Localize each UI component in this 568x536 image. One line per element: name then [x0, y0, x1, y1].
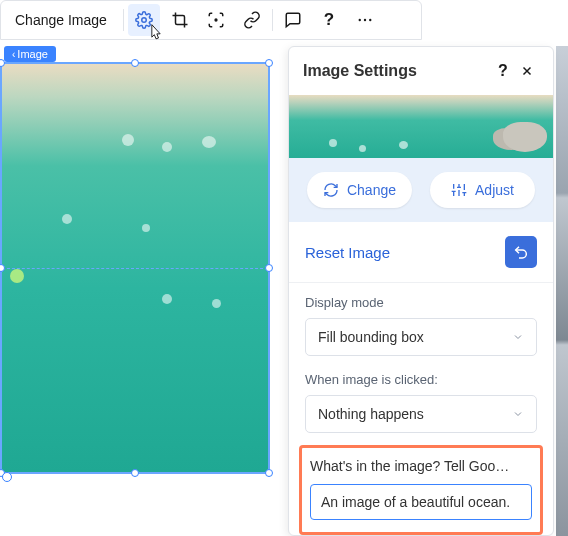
- undo-icon: [513, 244, 529, 260]
- help-button[interactable]: ?: [313, 4, 345, 36]
- toolbar-separator: [272, 9, 273, 31]
- alt-text-highlight: What's in the image? Tell Goo…: [299, 445, 543, 535]
- close-icon: [520, 64, 534, 78]
- element-badge-label: Image: [17, 48, 48, 60]
- change-pill-label: Change: [347, 182, 396, 198]
- alt-text-input[interactable]: [310, 484, 532, 520]
- crop-button[interactable]: [164, 4, 196, 36]
- image-preview-canvas: [2, 64, 268, 472]
- comment-button[interactable]: [277, 4, 309, 36]
- adjust-image-pill[interactable]: Adjust: [430, 172, 535, 208]
- display-mode-select[interactable]: Fill bounding box: [305, 318, 537, 356]
- gear-icon: [135, 11, 153, 29]
- click-action-label: When image is clicked:: [305, 372, 537, 387]
- svg-point-0: [142, 18, 147, 23]
- crop-icon: [171, 11, 189, 29]
- adjust-pill-label: Adjust: [475, 182, 514, 198]
- alt-text-label: What's in the image? Tell Goo…: [310, 458, 532, 474]
- svg-point-4: [369, 19, 371, 21]
- refresh-icon: [323, 182, 339, 198]
- chevron-left-icon: ‹: [12, 49, 15, 60]
- sliders-icon: [451, 182, 467, 198]
- resize-handle[interactable]: [131, 59, 139, 67]
- image-settings-panel: Image Settings ? Change: [288, 46, 554, 536]
- chevron-down-icon: [512, 331, 524, 343]
- click-action-value: Nothing happens: [318, 406, 424, 422]
- help-icon: ?: [324, 10, 334, 30]
- image-toolbar: Change Image ?: [0, 0, 422, 40]
- panel-title: Image Settings: [303, 62, 417, 80]
- focal-point-icon: [207, 11, 225, 29]
- chevron-down-icon: [512, 408, 524, 420]
- resize-handle[interactable]: [265, 469, 273, 477]
- help-icon: ?: [498, 62, 508, 80]
- svg-point-3: [364, 19, 366, 21]
- more-button[interactable]: [349, 4, 381, 36]
- focal-point-button[interactable]: [200, 4, 232, 36]
- comment-icon: [284, 11, 302, 29]
- guide-line: [2, 268, 268, 269]
- settings-button[interactable]: [128, 4, 160, 36]
- resize-handle[interactable]: [0, 469, 5, 477]
- panel-help-button[interactable]: ?: [491, 59, 515, 83]
- resize-handle[interactable]: [265, 59, 273, 67]
- panel-close-button[interactable]: [515, 59, 539, 83]
- selected-image[interactable]: [0, 62, 270, 474]
- image-preview-thumb: [289, 95, 553, 158]
- toolbar-separator: [123, 9, 124, 31]
- resize-handle[interactable]: [265, 264, 273, 272]
- change-image-pill[interactable]: Change: [307, 172, 412, 208]
- click-action-select[interactable]: Nothing happens: [305, 395, 537, 433]
- svg-point-1: [215, 19, 217, 21]
- reset-image-button[interactable]: Reset Image: [305, 244, 390, 261]
- change-image-button[interactable]: Change Image: [7, 12, 119, 28]
- action-row: Change Adjust: [289, 158, 553, 222]
- link-button[interactable]: [236, 4, 268, 36]
- undo-button[interactable]: [505, 236, 537, 268]
- media-strip: [556, 46, 568, 536]
- more-icon: [356, 11, 374, 29]
- svg-point-2: [358, 19, 360, 21]
- element-badge[interactable]: ‹ Image: [4, 46, 56, 62]
- link-icon: [243, 11, 261, 29]
- display-mode-label: Display mode: [305, 295, 537, 310]
- resize-handle[interactable]: [131, 469, 139, 477]
- display-mode-value: Fill bounding box: [318, 329, 424, 345]
